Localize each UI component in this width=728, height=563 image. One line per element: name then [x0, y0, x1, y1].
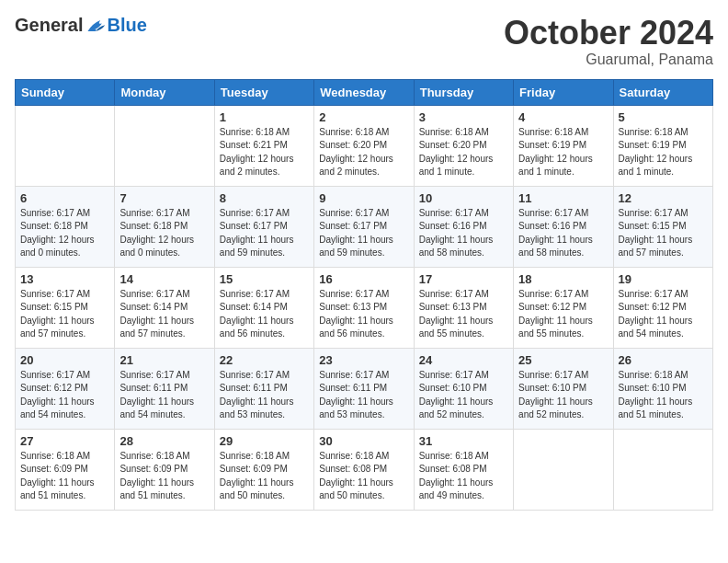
day-info: Sunrise: 6:18 AM Sunset: 6:09 PM Dayligh… — [220, 450, 309, 503]
calendar-cell — [115, 105, 214, 186]
calendar-cell: 6Sunrise: 6:17 AM Sunset: 6:18 PM Daylig… — [16, 186, 115, 267]
day-number: 19 — [619, 272, 708, 286]
day-info: Sunrise: 6:17 AM Sunset: 6:10 PM Dayligh… — [518, 369, 608, 422]
day-number: 28 — [119, 434, 209, 448]
day-info: Sunrise: 6:18 AM Sunset: 6:21 PM Dayligh… — [220, 126, 309, 179]
day-info: Sunrise: 6:17 AM Sunset: 6:11 PM Dayligh… — [319, 369, 408, 422]
calendar-cell: 26Sunrise: 6:18 AM Sunset: 6:10 PM Dayli… — [613, 348, 712, 429]
calendar-cell: 7Sunrise: 6:17 AM Sunset: 6:18 PM Daylig… — [115, 186, 214, 267]
calendar-week-row: 27Sunrise: 6:18 AM Sunset: 6:09 PM Dayli… — [16, 429, 713, 510]
calendar-cell: 19Sunrise: 6:17 AM Sunset: 6:12 PM Dayli… — [613, 267, 712, 348]
calendar-header-friday: Friday — [514, 79, 613, 105]
calendar-cell — [16, 105, 115, 186]
calendar-cell: 8Sunrise: 6:17 AM Sunset: 6:17 PM Daylig… — [214, 186, 313, 267]
calendar-cell: 14Sunrise: 6:17 AM Sunset: 6:14 PM Dayli… — [115, 267, 214, 348]
day-info: Sunrise: 6:18 AM Sunset: 6:20 PM Dayligh… — [319, 126, 408, 179]
day-number: 8 — [220, 191, 309, 205]
day-info: Sunrise: 6:17 AM Sunset: 6:16 PM Dayligh… — [518, 207, 608, 260]
day-info: Sunrise: 6:18 AM Sunset: 6:20 PM Dayligh… — [419, 126, 508, 179]
calendar-cell: 25Sunrise: 6:17 AM Sunset: 6:10 PM Dayli… — [514, 348, 613, 429]
day-number: 24 — [419, 353, 508, 367]
day-number: 11 — [518, 191, 608, 205]
day-number: 21 — [119, 353, 209, 367]
location: Guarumal, Panama — [504, 52, 713, 68]
day-info: Sunrise: 6:18 AM Sunset: 6:19 PM Dayligh… — [518, 126, 608, 179]
calendar-cell: 15Sunrise: 6:17 AM Sunset: 6:14 PM Dayli… — [214, 267, 313, 348]
day-info: Sunrise: 6:17 AM Sunset: 6:18 PM Dayligh… — [119, 207, 209, 260]
day-info: Sunrise: 6:17 AM Sunset: 6:14 PM Dayligh… — [220, 288, 309, 341]
day-info: Sunrise: 6:17 AM Sunset: 6:13 PM Dayligh… — [419, 288, 508, 341]
page-header: General Blue October 2024 Guarumal, Pana… — [15, 15, 713, 68]
calendar-cell: 17Sunrise: 6:17 AM Sunset: 6:13 PM Dayli… — [414, 267, 513, 348]
month-title: October 2024 Guarumal, Panama — [504, 15, 713, 68]
calendar-week-row: 20Sunrise: 6:17 AM Sunset: 6:12 PM Dayli… — [16, 348, 713, 429]
calendar-cell: 31Sunrise: 6:18 AM Sunset: 6:08 PM Dayli… — [414, 429, 513, 510]
calendar-cell: 29Sunrise: 6:18 AM Sunset: 6:09 PM Dayli… — [214, 429, 313, 510]
calendar-header-wednesday: Wednesday — [314, 79, 414, 105]
day-number: 13 — [20, 272, 109, 286]
day-number: 23 — [319, 353, 408, 367]
calendar-cell: 20Sunrise: 6:17 AM Sunset: 6:12 PM Dayli… — [16, 348, 115, 429]
calendar-header-thursday: Thursday — [414, 79, 513, 105]
day-info: Sunrise: 6:18 AM Sunset: 6:19 PM Dayligh… — [619, 126, 708, 179]
day-info: Sunrise: 6:18 AM Sunset: 6:09 PM Dayligh… — [20, 450, 109, 503]
logo: General Blue — [15, 15, 147, 36]
day-number: 4 — [518, 110, 608, 124]
day-number: 29 — [220, 434, 309, 448]
calendar-cell: 4Sunrise: 6:18 AM Sunset: 6:19 PM Daylig… — [514, 105, 613, 186]
calendar-cell: 5Sunrise: 6:18 AM Sunset: 6:19 PM Daylig… — [613, 105, 712, 186]
day-number: 17 — [419, 272, 508, 286]
logo-blue-text: Blue — [107, 15, 146, 36]
calendar-week-row: 6Sunrise: 6:17 AM Sunset: 6:18 PM Daylig… — [16, 186, 713, 267]
day-info: Sunrise: 6:17 AM Sunset: 6:11 PM Dayligh… — [119, 369, 209, 422]
calendar-cell: 3Sunrise: 6:18 AM Sunset: 6:20 PM Daylig… — [414, 105, 513, 186]
calendar-header-tuesday: Tuesday — [214, 79, 313, 105]
day-number: 25 — [518, 353, 608, 367]
calendar-header-saturday: Saturday — [613, 79, 712, 105]
day-number: 9 — [319, 191, 408, 205]
day-info: Sunrise: 6:17 AM Sunset: 6:11 PM Dayligh… — [220, 369, 309, 422]
calendar-cell: 2Sunrise: 6:18 AM Sunset: 6:20 PM Daylig… — [314, 105, 414, 186]
calendar-cell: 21Sunrise: 6:17 AM Sunset: 6:11 PM Dayli… — [115, 348, 214, 429]
day-info: Sunrise: 6:17 AM Sunset: 6:10 PM Dayligh… — [419, 369, 508, 422]
day-number: 12 — [619, 191, 708, 205]
day-number: 15 — [220, 272, 309, 286]
day-info: Sunrise: 6:17 AM Sunset: 6:13 PM Dayligh… — [319, 288, 408, 341]
day-number: 18 — [518, 272, 608, 286]
day-number: 2 — [319, 110, 408, 124]
calendar-cell: 9Sunrise: 6:17 AM Sunset: 6:17 PM Daylig… — [314, 186, 414, 267]
calendar-cell: 28Sunrise: 6:18 AM Sunset: 6:09 PM Dayli… — [115, 429, 214, 510]
day-info: Sunrise: 6:17 AM Sunset: 6:18 PM Dayligh… — [20, 207, 109, 260]
day-info: Sunrise: 6:17 AM Sunset: 6:17 PM Dayligh… — [319, 207, 408, 260]
calendar-cell: 13Sunrise: 6:17 AM Sunset: 6:15 PM Dayli… — [16, 267, 115, 348]
logo-bird-icon — [85, 17, 107, 35]
calendar-cell — [613, 429, 712, 510]
calendar-week-row: 1Sunrise: 6:18 AM Sunset: 6:21 PM Daylig… — [16, 105, 713, 186]
calendar-cell: 30Sunrise: 6:18 AM Sunset: 6:08 PM Dayli… — [314, 429, 414, 510]
day-info: Sunrise: 6:18 AM Sunset: 6:08 PM Dayligh… — [319, 450, 408, 503]
calendar-cell: 10Sunrise: 6:17 AM Sunset: 6:16 PM Dayli… — [414, 186, 513, 267]
day-info: Sunrise: 6:17 AM Sunset: 6:12 PM Dayligh… — [518, 288, 608, 341]
day-info: Sunrise: 6:17 AM Sunset: 6:12 PM Dayligh… — [619, 288, 708, 341]
calendar-week-row: 13Sunrise: 6:17 AM Sunset: 6:15 PM Dayli… — [16, 267, 713, 348]
day-number: 30 — [319, 434, 408, 448]
calendar-cell: 24Sunrise: 6:17 AM Sunset: 6:10 PM Dayli… — [414, 348, 513, 429]
calendar-cell: 12Sunrise: 6:17 AM Sunset: 6:15 PM Dayli… — [613, 186, 712, 267]
day-info: Sunrise: 6:17 AM Sunset: 6:17 PM Dayligh… — [220, 207, 309, 260]
day-info: Sunrise: 6:17 AM Sunset: 6:15 PM Dayligh… — [619, 207, 708, 260]
day-number: 6 — [20, 191, 109, 205]
calendar-cell: 23Sunrise: 6:17 AM Sunset: 6:11 PM Dayli… — [314, 348, 414, 429]
day-info: Sunrise: 6:18 AM Sunset: 6:09 PM Dayligh… — [119, 450, 209, 503]
day-number: 26 — [619, 353, 708, 367]
calendar-cell: 11Sunrise: 6:17 AM Sunset: 6:16 PM Dayli… — [514, 186, 613, 267]
day-number: 20 — [20, 353, 109, 367]
calendar-cell: 1Sunrise: 6:18 AM Sunset: 6:21 PM Daylig… — [214, 105, 313, 186]
calendar-header-monday: Monday — [115, 79, 214, 105]
day-number: 1 — [220, 110, 309, 124]
day-info: Sunrise: 6:17 AM Sunset: 6:12 PM Dayligh… — [20, 369, 109, 422]
day-number: 16 — [319, 272, 408, 286]
day-number: 5 — [619, 110, 708, 124]
calendar-cell: 18Sunrise: 6:17 AM Sunset: 6:12 PM Dayli… — [514, 267, 613, 348]
month-year: October 2024 — [504, 15, 713, 52]
day-number: 27 — [20, 434, 109, 448]
